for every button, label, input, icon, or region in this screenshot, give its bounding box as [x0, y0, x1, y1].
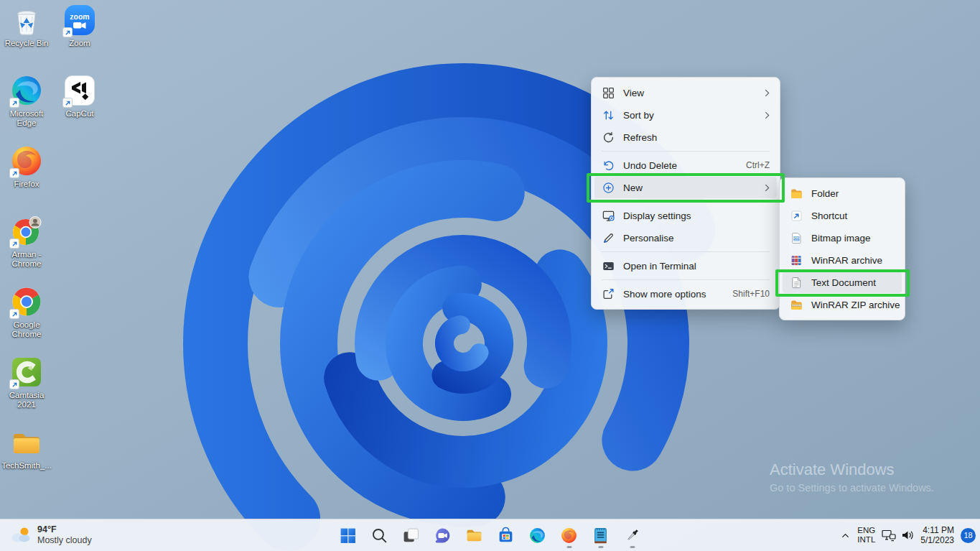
- running-indicator: [630, 546, 635, 548]
- desktop-icon-zoom[interactable]: zoom Zoom: [53, 4, 106, 48]
- shortcut-arrow-overlay: [9, 379, 19, 389]
- menu-separator: [602, 251, 770, 252]
- chevron-right-icon: [765, 89, 770, 97]
- shortcut-arrow-overlay: [9, 239, 19, 249]
- desktop-icon-arman-chrome[interactable]: Arman - Chrome: [0, 216, 53, 269]
- display-settings-icon: [602, 209, 615, 222]
- google-chrome-icon: [11, 286, 42, 318]
- tray-time: 4:11 PM: [920, 525, 954, 535]
- menu-item-open-in-terminal[interactable]: Open in Terminal: [594, 255, 777, 277]
- language-indicator[interactable]: ENG INTL: [857, 526, 875, 545]
- desktop-icon-microsoft-edge[interactable]: Microsoft Edge: [0, 75, 53, 128]
- shortcut-arrow-overlay: [9, 168, 19, 178]
- shortcut-arrow-overlay: [9, 98, 19, 108]
- search-icon: [370, 527, 388, 545]
- notepad-taskbar-button[interactable]: [585, 521, 617, 550]
- file-explorer-button[interactable]: [459, 521, 490, 550]
- shortcut-arrow-overlay: [62, 98, 73, 108]
- menu-item-view[interactable]: View: [594, 82, 777, 103]
- desktop-icon-label: Arman - Chrome: [0, 250, 53, 269]
- weather-temperature: 94°F: [37, 524, 92, 535]
- annotation-box-new: [587, 173, 785, 203]
- capcut-icon: [64, 75, 95, 106]
- menu-item-personalise[interactable]: Personalise: [594, 227, 777, 249]
- menu-item-refresh[interactable]: Refresh: [594, 126, 777, 148]
- chat-icon: [434, 527, 452, 545]
- tray-status-icons[interactable]: [882, 529, 914, 542]
- task-view-icon: [402, 527, 420, 545]
- personalise-icon: [602, 231, 615, 244]
- tray-date: 5/1/2023: [920, 535, 954, 545]
- firefox-icon: [11, 145, 42, 177]
- svg-text:zoom: zoom: [70, 12, 89, 21]
- chevron-right-icon: [765, 111, 770, 119]
- taskbar: 94°F Mostly cloudy: [0, 519, 980, 551]
- weather-icon: [10, 526, 32, 545]
- winrar-zip-icon: [790, 298, 803, 311]
- notification-badge[interactable]: 18: [961, 528, 976, 543]
- submenu-item-winrar-archive[interactable]: WinRAR archive: [783, 249, 902, 271]
- network-icon: [882, 529, 896, 542]
- winrar-icon: [790, 254, 803, 267]
- menu-item-show-more-options[interactable]: Show more options Shift+F10: [594, 283, 777, 305]
- firefox-icon: [560, 527, 578, 545]
- menu-item-sort-by[interactable]: Sort by: [594, 104, 777, 126]
- shortcut-arrow-overlay: [9, 309, 19, 319]
- eyedropper-icon: [623, 527, 641, 545]
- running-indicator: [566, 546, 571, 548]
- desktop-icon-techsmith-folder[interactable]: TechSmith_...: [0, 427, 53, 471]
- desktop-icon-firefox[interactable]: Firefox: [0, 145, 53, 189]
- chat-button[interactable]: [427, 521, 459, 550]
- desktop-icon-label: Zoom: [53, 39, 106, 48]
- task-view-button[interactable]: [396, 521, 427, 550]
- search-button[interactable]: [364, 521, 396, 550]
- bitmap-image-icon: [790, 231, 803, 244]
- desktop-icon-recycle-bin[interactable]: Recycle Bin: [0, 4, 53, 48]
- start-button[interactable]: [332, 521, 364, 550]
- firefox-taskbar-button[interactable]: [554, 521, 585, 550]
- weather-condition: Mostly cloudy: [37, 535, 92, 546]
- camtasia-icon: [11, 356, 42, 388]
- start-icon: [339, 527, 357, 545]
- desktop-icon-google-chrome[interactable]: Google Chrome: [0, 286, 53, 339]
- microsoft-edge-icon: [11, 75, 42, 106]
- hidden-icons-button[interactable]: [840, 530, 851, 541]
- edge-icon: [528, 527, 546, 545]
- microsoft-store-icon: [497, 527, 515, 545]
- notepad-icon: [592, 527, 610, 545]
- shortcut-hint: Shift+F10: [732, 289, 770, 299]
- desktop-icon-label: Recycle Bin: [0, 39, 53, 48]
- shortcut-arrow-overlay: [62, 27, 73, 37]
- submenu-item-folder[interactable]: Folder: [783, 182, 902, 204]
- color-picker-taskbar-button[interactable]: [617, 521, 648, 550]
- view-grid-icon: [602, 86, 615, 99]
- system-tray: ENG INTL 4:11 PM 5/1/2023 18: [840, 519, 976, 551]
- desktop-icon-label: CapCut: [53, 109, 106, 119]
- new-submenu: Folder Shortcut Bitmap image WinRAR arch…: [779, 177, 905, 320]
- chrome-profile-icon: [11, 216, 42, 247]
- submenu-item-shortcut[interactable]: Shortcut: [783, 205, 902, 226]
- weather-widget[interactable]: 94°F Mostly cloudy: [3, 519, 99, 551]
- desktop-icon-label: Google Chrome: [0, 320, 53, 339]
- desktop-icon-label: Camtasia 2021: [0, 391, 53, 409]
- desktop-icon-label: Firefox: [0, 180, 53, 189]
- shortcut-hint: Ctrl+Z: [746, 160, 770, 170]
- desktop-icon-camtasia[interactable]: Camtasia 2021: [0, 356, 53, 409]
- shortcut-icon: [790, 209, 803, 222]
- undo-icon: [602, 159, 615, 172]
- desktop-icon-label: Microsoft Edge: [0, 109, 53, 128]
- menu-separator: [602, 151, 770, 152]
- menu-item-display-settings[interactable]: Display settings: [594, 205, 777, 226]
- chevron-up-icon: [840, 530, 851, 541]
- clock[interactable]: 4:11 PM 5/1/2023: [920, 525, 954, 545]
- sort-arrows-icon: [602, 108, 615, 121]
- desktop-icon-capcut[interactable]: CapCut: [53, 75, 106, 119]
- yellow-folder-icon: [11, 427, 42, 458]
- submenu-item-bitmap-image[interactable]: Bitmap image: [783, 227, 902, 249]
- desktop-icon-label: TechSmith_...: [0, 461, 53, 471]
- microsoft-store-button[interactable]: [490, 521, 522, 550]
- edge-taskbar-button[interactable]: [522, 521, 554, 550]
- annotation-box-text-document: [775, 269, 910, 297]
- folder-icon: [790, 187, 803, 200]
- submenu-item-winrar-zip-archive[interactable]: WinRAR ZIP archive: [783, 294, 902, 315]
